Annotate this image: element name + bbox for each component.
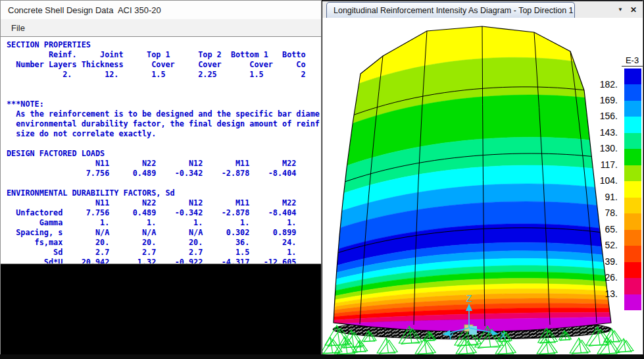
diagram-window: Longitudinal Reinforcement Intensity As … [322,0,643,354]
design-data-window: Concrete Shell Design Data ACI 350-20 Fi… [0,0,322,359]
model-3d-view: ZXY [322,18,643,354]
menu-item-file[interactable]: File [5,21,31,35]
close-icon: ✕ [630,5,637,14]
shell-contour-surface [329,20,619,341]
tab-label: Longitudinal Reinforcement Intensity As … [334,6,575,15]
caret-down-icon: ▼ [618,7,623,13]
workspace-background [1,265,321,358]
window-titlebar: Concrete Shell Design Data ACI 350-20 [1,1,321,19]
window-title: Concrete Shell Design Data ACI 350-20 [8,5,161,15]
tab-close-button[interactable]: ✕ [628,5,639,15]
y-axis-label: Y [447,331,454,342]
model-canvas[interactable]: ZXY E-3 182.169.156.143.130.117.104.91.7… [322,18,643,354]
z-axis-label: Z [466,293,472,304]
diagram-tabbar: Longitudinal Reinforcement Intensity As … [322,1,643,18]
x-axis-label: X [500,330,507,341]
design-report-panel: SECTION PROPERTIES Reinf. Joint Top 1 To… [1,36,321,264]
tab-controls: ▼ ✕ [615,1,643,18]
app-window: Concrete Shell Design Data ACI 350-20 Fi… [0,0,644,359]
report-text: SECTION PROPERTIES Reinf. Joint Top 1 To… [1,37,321,264]
status-strip [0,354,644,359]
tab-list-button[interactable]: ▼ [615,6,626,14]
menubar: File [1,19,321,36]
tab-reinforcement-diagram[interactable]: Longitudinal Reinforcement Intensity As … [326,2,575,18]
